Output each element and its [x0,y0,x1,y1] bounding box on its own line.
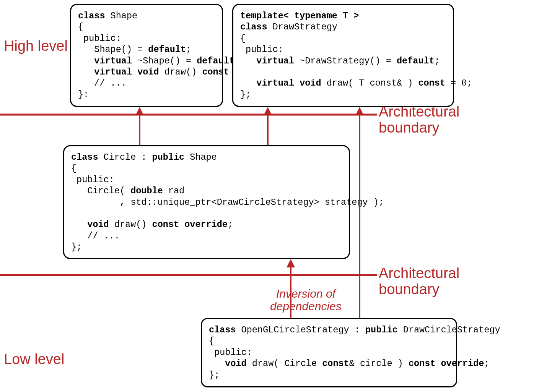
label-boundary-upper: Architectural boundary [379,104,459,136]
svg-marker-6 [264,107,272,115]
label-boundary-lower: Architectural boundary [379,266,459,298]
svg-marker-4 [135,107,144,115]
label-high-level: High level [4,38,68,54]
label-inversion: Inversion of dependencies [270,287,342,313]
code-shape: class Shape { public: Shape() = default;… [78,10,215,100]
label-low-level: Low level [4,352,64,368]
code-drawstrategy: template< typename T > class DrawStrateg… [240,10,446,100]
svg-marker-10 [355,107,364,115]
box-shape: class Shape { public: Shape() = default;… [70,4,223,107]
architecture-diagram: High level Low level Architectural bound… [0,0,552,392]
code-opengl: class OpenGLCircleStrategy : public Draw… [209,324,449,381]
box-drawstrategy: template< typename T > class DrawStrateg… [232,4,454,107]
box-circle: class Circle : public Shape { public: Ci… [63,145,350,259]
box-opengl: class OpenGLCircleStrategy : public Draw… [201,318,457,387]
svg-marker-8 [287,259,295,267]
code-circle: class Circle : public Shape { public: Ci… [71,152,342,253]
